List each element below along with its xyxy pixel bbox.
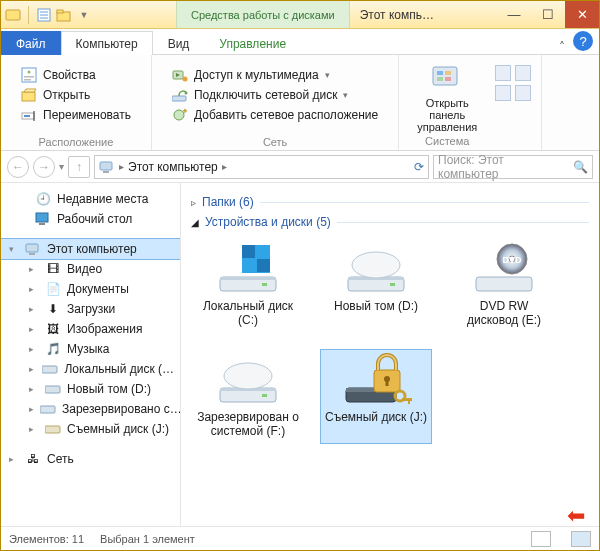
chevron-right-icon: ▸ xyxy=(119,161,124,172)
open-button[interactable]: Открыть xyxy=(19,85,133,105)
svg-rect-57 xyxy=(262,394,267,397)
nav-label: Зарезервировано с… xyxy=(62,402,181,416)
refresh-icon[interactable]: ⟳ xyxy=(414,160,424,174)
breadcrumb-label: Этот компьютер xyxy=(128,160,218,174)
media-access-button[interactable]: Доступ к мультимедиа ▾ xyxy=(170,65,380,85)
add-net-location-button[interactable]: Добавить сетевое расположение xyxy=(170,105,380,125)
group-devices-label: Устройства и диски (5) xyxy=(205,215,331,229)
svg-rect-41 xyxy=(242,259,255,272)
nav-music[interactable]: ▸🎵 Музыка xyxy=(1,339,180,359)
svg-rect-64 xyxy=(402,398,412,401)
add-net-location-label: Добавить сетевое расположение xyxy=(194,108,378,122)
map-drive-button[interactable]: Подключить сетевой диск ▾ xyxy=(170,85,380,105)
nav-label: Музыка xyxy=(67,342,109,356)
nav-downloads[interactable]: ▸⬇ Загрузки xyxy=(1,299,180,319)
forward-button[interactable]: → xyxy=(33,156,55,178)
search-input[interactable]: Поиск: Этот компьютер 🔍 xyxy=(433,155,593,179)
expand-icon[interactable]: ▾ xyxy=(9,244,19,254)
expand-icon[interactable]: ▸ xyxy=(29,384,39,394)
drive-local-c[interactable]: Локальный диск (C:) xyxy=(193,239,303,332)
ribbon: Свойства Открыть Переименовать Расположе… xyxy=(1,55,599,151)
nav-local-c[interactable]: ▸ Локальный диск (… xyxy=(1,359,180,379)
nav-this-pc[interactable]: ▾ Этот компьютер xyxy=(1,239,180,259)
expand-icon[interactable]: ▸ xyxy=(29,364,36,374)
back-button[interactable]: ← xyxy=(7,156,29,178)
drive-reserved-f[interactable]: Зарезервирован о системой (F:) xyxy=(193,350,303,443)
pc-icon xyxy=(25,241,41,257)
nav-new-vol-d[interactable]: ▸ Новый том (D:) xyxy=(1,379,180,399)
tab-computer[interactable]: Компьютер xyxy=(61,31,153,55)
drive-label: Новый том (D:) xyxy=(334,299,418,313)
extra-icon[interactable] xyxy=(515,85,531,101)
manage-icon[interactable] xyxy=(495,85,511,101)
pc-icon xyxy=(99,159,115,175)
nav-documents[interactable]: ▸📄 Документы xyxy=(1,279,180,299)
maximize-button[interactable]: ☐ xyxy=(531,1,565,28)
svg-rect-0 xyxy=(6,10,20,20)
breadcrumb-thispc[interactable]: Этот компьютер ▸ xyxy=(128,160,227,174)
uninstall-icon[interactable] xyxy=(495,65,511,81)
svg-rect-45 xyxy=(262,283,267,286)
nav-reserved[interactable]: ▸ Зарезервировано с… xyxy=(1,399,180,419)
nav-videos[interactable]: ▸🎞 Видео xyxy=(1,259,180,279)
properties-icon[interactable] xyxy=(36,7,52,23)
expand-icon[interactable]: ▸ xyxy=(29,284,39,294)
expand-icon[interactable]: ▸ xyxy=(29,324,39,334)
group-folders[interactable]: ▹ Папки (6) xyxy=(191,195,589,209)
breadcrumb-root[interactable]: ▸ xyxy=(119,161,124,172)
music-icon: 🎵 xyxy=(45,341,61,357)
view-icons-button[interactable] xyxy=(571,531,591,547)
tab-file[interactable]: Файл xyxy=(1,31,61,55)
new-folder-icon[interactable] xyxy=(56,7,72,23)
hdd-icon xyxy=(340,243,412,295)
nav-network[interactable]: ▸🖧 Сеть xyxy=(1,449,180,469)
group-devices[interactable]: ◢ Устройства и диски (5) xyxy=(191,215,589,229)
pictures-icon: 🖼 xyxy=(45,321,61,337)
nav-removable-j[interactable]: ▸ Съемный диск (J:) xyxy=(1,419,180,439)
properties-button[interactable]: Свойства xyxy=(19,65,133,85)
media-icon xyxy=(172,67,188,83)
expand-icon[interactable]: ▸ xyxy=(29,344,39,354)
svg-rect-9 xyxy=(24,76,34,78)
view-details-button[interactable] xyxy=(531,531,551,547)
nav-label: Документы xyxy=(67,282,129,296)
nav-label: Съемный диск (J:) xyxy=(67,422,169,436)
svg-rect-36 xyxy=(40,406,55,413)
drive-removable-j[interactable]: Съемный диск (J:) xyxy=(321,350,431,443)
recent-dropdown-icon[interactable]: ▾ xyxy=(59,161,64,172)
minimize-button[interactable]: — xyxy=(497,1,531,28)
nav-pictures[interactable]: ▸🖼 Изображения xyxy=(1,319,180,339)
network-icon: 🖧 xyxy=(25,451,41,467)
nav-desktop[interactable]: Рабочий стол xyxy=(1,209,180,229)
nav-recent[interactable]: 🕘 Недавние места xyxy=(1,189,180,209)
expand-icon[interactable]: ▸ xyxy=(9,454,19,464)
qat-dropdown-icon[interactable]: ▼ xyxy=(76,7,92,23)
expand-icon[interactable]: ▸ xyxy=(29,424,39,434)
annotation-arrow: ⬅ xyxy=(567,503,585,526)
drive-icon xyxy=(42,361,58,377)
expand-icon[interactable]: ▸ xyxy=(29,404,34,414)
close-button[interactable]: ✕ xyxy=(565,1,599,28)
search-icon: 🔍 xyxy=(573,160,588,174)
expand-icon[interactable]: ▸ xyxy=(29,304,39,314)
tab-manage[interactable]: Управление xyxy=(204,31,301,55)
group-folders-label: Папки (6) xyxy=(202,195,254,209)
tab-view[interactable]: Вид xyxy=(153,31,205,55)
drive-new-d[interactable]: Новый том (D:) xyxy=(321,239,431,332)
control-panel-button[interactable]: Открыть панель управления xyxy=(407,63,487,133)
nav-label: Недавние места xyxy=(57,192,148,206)
rename-button[interactable]: Переименовать xyxy=(19,105,133,125)
address-bar[interactable]: ▸ Этот компьютер ▸ ⟳ xyxy=(94,155,429,179)
group-label-system: Система xyxy=(407,133,487,147)
svg-point-48 xyxy=(352,252,400,278)
up-button[interactable]: ↑ xyxy=(68,156,90,178)
ribbon-collapse-icon[interactable]: ˄ xyxy=(553,40,571,54)
drive-dvd-e[interactable]: DVD DVD RW дисковод (E:) xyxy=(449,239,559,332)
help-button[interactable]: ? xyxy=(573,31,593,51)
nav-label: Локальный диск (… xyxy=(64,362,174,376)
svg-rect-37 xyxy=(45,426,60,433)
expand-icon[interactable]: ▸ xyxy=(29,264,39,274)
svg-rect-10 xyxy=(24,79,31,81)
removable-icon xyxy=(45,421,61,437)
system-props-icon[interactable] xyxy=(515,65,531,81)
